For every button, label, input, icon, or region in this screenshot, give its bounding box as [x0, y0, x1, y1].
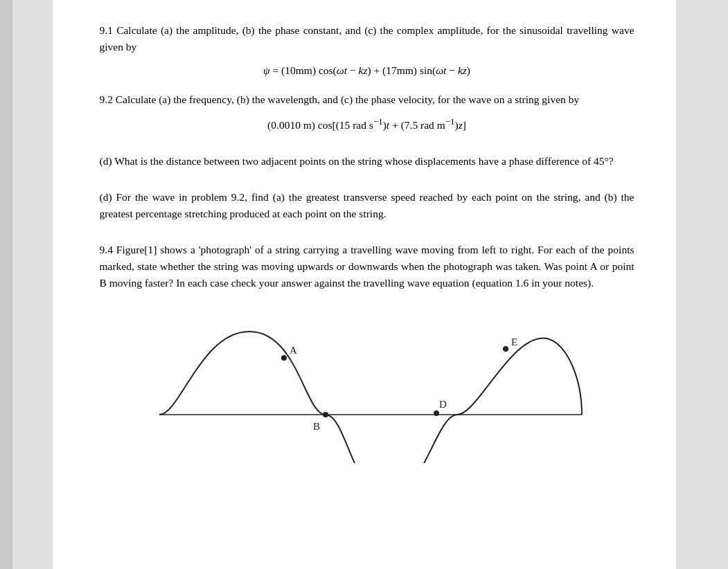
wave-svg: A B D E: [139, 311, 596, 463]
problem-9-4-text: Figure[1] shows a 'photograph' of a stri…: [100, 244, 634, 289]
problem-9-4-label: 9.4: [100, 244, 113, 255]
problem-9-2: 9.2 Calculate (a) the frequency, (b) the…: [100, 91, 634, 134]
problem-9-2-label: 9.2: [100, 93, 113, 105]
page: 9.1 Calculate (a) the amplitude, (b) the…: [53, 0, 676, 569]
figure-wave: A B D E: [100, 311, 634, 463]
point-a-label: A: [290, 345, 297, 356]
point-d-label: D: [439, 399, 447, 410]
problem-9-2d-label: (d): [100, 155, 112, 167]
point-b-label: B: [313, 421, 320, 432]
point-b-dot: [323, 412, 328, 417]
point-e-dot: [503, 346, 508, 352]
equation-9-1: ψ = (10mm) cos(ωt − kz) + (17mm) sin(ωt …: [100, 62, 634, 79]
point-a-dot: [281, 355, 287, 361]
problem-9-3-label: (d): [100, 191, 112, 203]
left-margin-bar: [0, 0, 12, 569]
equation-9-2: (0.0010 m) cos[(15 rad s−1)t + (7.5 rad …: [100, 115, 634, 134]
problem-9-1: 9.1 Calculate (a) the amplitude, (b) the…: [100, 22, 634, 79]
problem-9-3: (d) For the wave in problem 9.2, find (a…: [100, 189, 634, 222]
problem-9-2d: (d) What is the distance between two adj…: [100, 153, 634, 170]
problem-9-2-text: Calculate (a) the frequency, (b) the wav…: [116, 93, 579, 105]
point-d-dot: [434, 410, 439, 416]
problem-9-4: 9.4 Figure[1] shows a 'photograph' of a …: [100, 242, 634, 291]
content-area: 9.1 Calculate (a) the amplitude, (b) the…: [100, 22, 634, 463]
problem-9-2d-text: What is the distance between two adjacen…: [114, 155, 613, 167]
problem-9-1-text: Calculate (a) the amplitude, (b) the pha…: [100, 24, 634, 53]
problem-9-1-label: 9.1: [100, 24, 113, 36]
wave-path: [159, 332, 582, 463]
problem-9-3-text: For the wave in problem 9.2, find (a) th…: [100, 191, 634, 219]
point-e-label: E: [511, 336, 517, 347]
